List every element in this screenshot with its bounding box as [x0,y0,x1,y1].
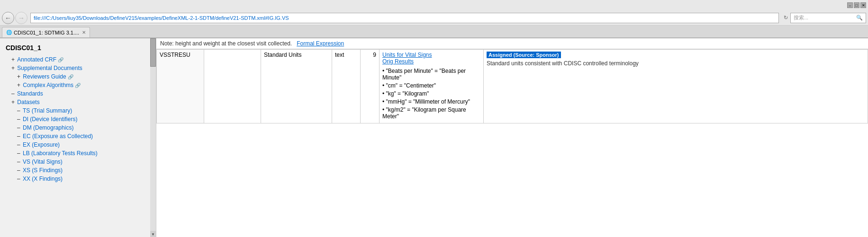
external-link-icon: 🔗 [58,57,63,62]
sidebar-item-label: Datasets [17,99,39,105]
sidebar-item-label: Reviewers Guide [23,73,66,80]
table-row: VSSTRESU Standard Units text 9 [157,50,868,123]
refresh-button[interactable]: ↻ [781,15,790,21]
scrollbar-thumb[interactable] [150,38,156,67]
top-note-text: Note: height and weight at the closest v… [160,40,292,47]
data-table: VSSTRESU Standard Units text 9 [156,49,868,123]
main-layout: CDISC01_1 + Annotated CRF 🔗 + Supplement… [0,38,868,237]
sidebar-scrollbar[interactable]: ▲ ▼ [150,38,156,237]
title-bar: – □ ✕ [0,0,868,10]
description-text: Standard units consistent with CDISC con… [487,60,865,67]
sidebar-item-label: EC (Exposure as Collected) [23,133,93,140]
sidebar-item-datasets[interactable]: + Datasets [0,98,156,106]
search-bar[interactable]: 搜索... 🔍 [790,13,866,23]
sidebar-item-lb[interactable]: – LB (Laboratory Tests Results) [0,149,156,158]
prefix-icon: – [17,158,22,165]
sidebar-item-supplemental[interactable]: + Supplemental Documents [0,64,156,72]
prefix-icon: – [17,124,22,131]
prefix-icon: + [17,82,22,88]
var-name-text: VSSTRESU [160,52,190,58]
description-cell: Assigned (Source: Sponsor) Standard unit… [484,50,868,123]
back-button[interactable]: ← [2,12,14,24]
sidebar-item-label: DM (Demographics) [23,124,73,131]
formal-expression-link[interactable]: Formal Expression [297,40,344,47]
search-icon: 🔍 [856,15,863,21]
prefix-icon: – [17,167,22,174]
length-text: 9 [373,52,376,58]
prefix-icon: – [17,141,22,148]
sidebar-item-ts[interactable]: – TS (Trial Summary) [0,106,156,115]
var-name-cell: VSSTRESU [157,50,204,123]
col2-cell [204,50,261,123]
address-bar[interactable]: file:///C:/Users/liuy35/Downloads/Define… [30,13,779,23]
scroll-down-arrow[interactable]: ▼ [150,231,156,237]
external-link-icon: 🔗 [75,83,81,88]
tab-favicon: 🌐 [6,30,12,35]
label-text: Standard Units [264,52,301,58]
codelist-cell: Units for Vital Signs Orig Results • "Be… [380,50,484,123]
label-cell: Standard Units [261,50,332,123]
sidebar-item-ex[interactable]: – EX (Exposure) [0,140,156,149]
sidebar-item-standards[interactable]: – Standards [0,89,156,98]
prefix-icon: + [11,99,16,105]
sidebar-item-label: XS (S Findings) [23,167,63,174]
sidebar-item-di[interactable]: – DI (Device Identifiers) [0,115,156,123]
content-area: Note: height and weight at the closest v… [156,38,868,237]
tab-close-button[interactable]: ✕ [82,30,86,35]
address-text: file:///C:/Users/liuy35/Downloads/Define… [34,15,289,21]
prefix-icon: – [17,107,22,114]
tab-bar: 🌐 CDISC01_1: SDTMIG 3.1.... ✕ [0,26,868,38]
maximize-btn[interactable]: □ [854,2,859,8]
type-text: text [335,52,344,58]
prefix-icon: – [17,133,22,140]
prefix-icon: + [11,65,16,71]
sidebar-title: CDISC01_1 [0,42,156,55]
prefix-icon: – [11,90,16,97]
length-cell: 9 [361,50,380,123]
sidebar-item-xx[interactable]: – XX (X Findings) [0,175,156,183]
minimize-btn[interactable]: – [847,2,853,8]
sidebar-item-label: VS (Vital Signs) [23,158,63,165]
sidebar-item-reviewers-guide[interactable]: + Reviewers Guide 🔗 [0,72,156,81]
prefix-icon: + [17,73,22,80]
prefix-icon: – [17,116,22,123]
search-placeholder: 搜索... [794,14,808,21]
browser-tab[interactable]: 🌐 CDISC01_1: SDTMIG 3.1.... ✕ [2,27,90,37]
sidebar-item-complex-algorithms[interactable]: + Complex Algorithms 🔗 [0,81,156,89]
sidebar-item-label: Complex Algorithms [23,82,73,88]
bullet-item-4: • "mmHg" = "Millimeter of Mercury" [382,98,480,105]
bullet-item-3: • "kg" = "Kilogram" [382,90,480,97]
assigned-badge: Assigned (Source: Sponsor) [487,52,561,58]
prefix-icon: + [11,56,16,63]
sidebar-item-label: Standards [17,90,43,97]
close-btn[interactable]: ✕ [860,2,866,8]
tab-label: CDISC01_1: SDTMIG 3.1.... [14,30,79,35]
forward-button[interactable]: → [15,12,27,24]
top-note: Note: height and weight at the closest v… [156,38,868,49]
sidebar-item-vs[interactable]: – VS (Vital Signs) [0,158,156,166]
sidebar-item-label: TS (Trial Summary) [23,107,72,114]
sidebar-item-label: Annotated CRF [17,56,56,63]
sidebar-item-label: XX (X Findings) [23,176,63,182]
sidebar-item-label: DI (Device Identifiers) [23,116,77,123]
bullet-item-1: • "Beats per Minute" = "Beats per Minute… [382,68,480,81]
bullet-item-5: • "kg/m2" = "Kilogram per Square Meter" [382,106,480,120]
nav-bar: ← → file:///C:/Users/liuy35/Downloads/De… [0,10,868,26]
sidebar-item-dm[interactable]: – DM (Demographics) [0,123,156,132]
sidebar-item-label: EX (Exposure) [23,141,60,148]
type-cell: text [332,50,361,123]
sidebar-item-label: Supplemental Documents [17,65,82,71]
prefix-icon: – [17,150,22,157]
codelist-link1[interactable]: Units for Vital Signs [382,52,432,58]
sidebar: CDISC01_1 + Annotated CRF 🔗 + Supplement… [0,38,156,237]
codelist-link2[interactable]: Orig Results [382,58,414,65]
prefix-icon: – [17,176,22,182]
external-link-icon: 🔗 [68,74,73,79]
sidebar-item-xs[interactable]: – XS (S Findings) [0,166,156,175]
sidebar-item-label: LB (Laboratory Tests Results) [23,150,98,157]
sidebar-item-annotated-crf[interactable]: + Annotated CRF 🔗 [0,55,156,64]
bullet-list: • "Beats per Minute" = "Beats per Minute… [382,68,480,120]
sidebar-item-ec[interactable]: – EC (Exposure as Collected) [0,132,156,140]
bullet-item-2: • "cm" = "Centimeter" [382,82,480,89]
